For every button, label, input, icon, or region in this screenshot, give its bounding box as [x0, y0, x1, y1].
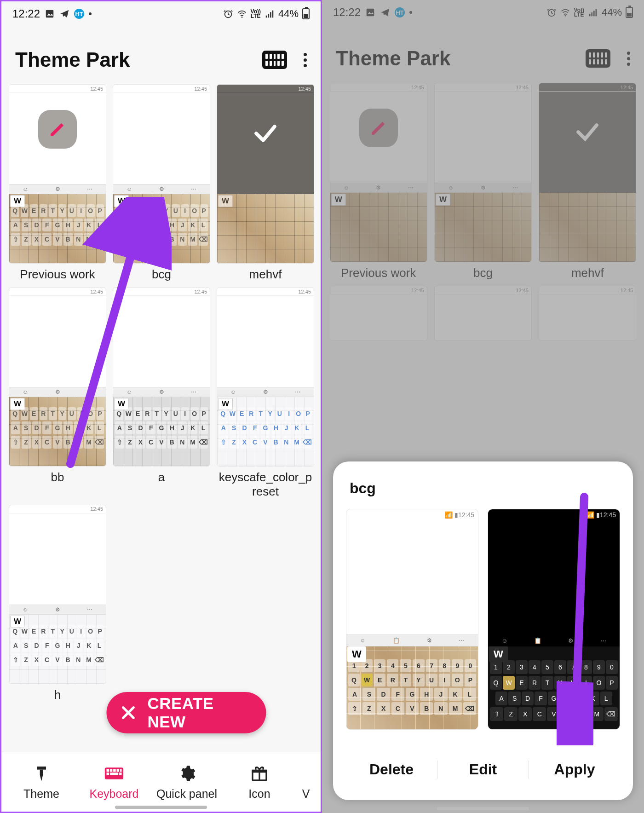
tab-keyboard[interactable]: Keyboard	[78, 763, 150, 801]
theme-card-bcg: 12:45 ☺⚙⋯ W bcg	[434, 83, 532, 280]
theme-card-previous-work: 12:45 ☺⚙⋯ W Previous work	[329, 83, 427, 280]
svg-rect-4	[268, 14, 269, 17]
svg-rect-19	[367, 9, 374, 17]
svg-rect-6	[272, 11, 273, 18]
preview-light: 📶 ▮12:45 ☺📋⚙⋯ W 1234567890 QWERTYUIOP AS…	[346, 509, 478, 730]
theme-card: 12:45	[329, 286, 427, 341]
svg-line-18	[70, 211, 144, 464]
more-menu-icon[interactable]	[304, 53, 307, 67]
app-header: Theme Park	[1, 26, 321, 84]
w-key-badge: W	[436, 194, 450, 206]
preview-dark: 📶 ▮12:45 ☺📋⚙⋯ W 1234567890 QWERTYUIOP AS…	[488, 509, 620, 730]
volte-icon: Vo))LTE	[574, 8, 584, 17]
svg-rect-0	[46, 10, 54, 18]
screenshot-right: 12:22 HT Vo))LTE 44% Theme Park	[322, 0, 644, 813]
svg-point-2	[241, 17, 242, 18]
tab-more[interactable]: V	[296, 763, 316, 801]
page-title: Theme Park	[15, 48, 130, 71]
svg-line-26	[575, 497, 584, 732]
status-bar: 12:22 HT Vo))LTE 44%	[1, 1, 321, 26]
gallery-icon	[365, 7, 375, 17]
battery-icon	[626, 7, 633, 18]
battery-icon	[302, 8, 310, 19]
theme-label: bcg	[473, 266, 493, 280]
battery-percentage: 44%	[602, 6, 622, 18]
signal-icon	[264, 9, 275, 19]
annotation-arrow-icon	[557, 492, 593, 745]
checkmark-icon	[246, 117, 285, 150]
volte-icon: Vo))LTE	[251, 9, 261, 18]
tab-theme[interactable]: Theme	[5, 763, 78, 801]
svg-point-21	[564, 15, 566, 17]
wifi-icon	[237, 9, 247, 19]
themes-grid: 12:45 ☺⚙⋯ W Previous work 12:45 ☺⚙⋯ W bc…	[322, 83, 644, 341]
svg-rect-10	[113, 769, 116, 772]
svg-rect-15	[119, 773, 122, 775]
svg-rect-11	[117, 769, 120, 772]
telegram-icon	[59, 9, 69, 19]
theme-label: mehvf	[571, 266, 604, 280]
more-menu-icon[interactable]	[627, 52, 630, 66]
ht-app-icon: HT	[74, 9, 84, 19]
edit-button[interactable]: Edit	[437, 753, 529, 786]
nav-handle[interactable]	[437, 807, 529, 810]
status-time: 12:22	[333, 6, 361, 19]
keyboard-icon[interactable]	[262, 51, 287, 69]
paintbrush-icon	[31, 763, 52, 784]
status-bar: 12:22 HT Vo))LTE 44%	[322, 0, 644, 25]
nav-handle[interactable]	[115, 806, 207, 809]
keyboard-icon	[104, 763, 124, 784]
status-dot-icon	[409, 11, 412, 14]
svg-rect-23	[591, 12, 592, 16]
theme-card-h[interactable]: 12:45 ☺⚙⋯ W QWERTYUIOP ASDFGHJKL ⇧ZXCVBN…	[9, 505, 106, 702]
bottom-tabs: Theme Keyboard Quick panel Icon V	[1, 752, 321, 812]
svg-rect-12	[120, 769, 122, 772]
svg-rect-25	[595, 9, 597, 17]
tab-quick-panel[interactable]: Quick panel	[150, 763, 223, 801]
checkmark-icon	[568, 116, 607, 148]
signal-icon	[588, 7, 598, 17]
theme-label: mehvf	[249, 267, 282, 282]
svg-rect-9	[110, 769, 113, 772]
status-dot-icon	[89, 12, 92, 15]
gear-icon	[177, 763, 197, 784]
w-key-badge: W	[331, 194, 346, 206]
alarm-icon	[546, 7, 557, 17]
status-time: 12:22	[12, 7, 40, 20]
wifi-icon	[560, 7, 570, 17]
theme-label: h	[54, 688, 61, 702]
svg-rect-3	[266, 16, 267, 18]
apply-button[interactable]: Apply	[529, 753, 620, 786]
svg-rect-13	[107, 773, 109, 775]
create-new-label: CREATE NEW	[147, 694, 244, 731]
annotation-arrow-icon	[57, 197, 172, 473]
svg-rect-8	[107, 769, 109, 772]
alarm-icon	[223, 9, 233, 19]
theme-label: keyscafe_color_preset	[217, 470, 314, 499]
svg-rect-14	[110, 773, 118, 775]
svg-rect-24	[593, 11, 595, 16]
theme-card: 12:45	[434, 286, 532, 341]
delete-button[interactable]: Delete	[346, 753, 437, 786]
tab-icon[interactable]: Icon	[223, 763, 296, 801]
theme-card-mehvf[interactable]: 12:45 W mehvf	[217, 84, 314, 282]
keyboard-icon[interactable]	[586, 49, 610, 68]
create-new-button[interactable]: CREATE NEW	[107, 692, 266, 733]
screenshot-left: 12:22 HT Vo))LTE 44% Theme Park	[0, 0, 322, 813]
page-title: Theme Park	[336, 47, 450, 70]
svg-rect-22	[589, 14, 591, 17]
w-key-badge: W	[218, 195, 233, 207]
gift-icon	[249, 763, 270, 784]
theme-card: 12:45	[539, 286, 637, 341]
theme-label: Previous work	[341, 266, 416, 280]
w-key-badge: W	[347, 646, 366, 662]
gallery-icon	[45, 9, 55, 19]
app-header: Theme Park	[322, 25, 644, 83]
svg-rect-5	[270, 12, 271, 17]
w-key-badge: W	[489, 646, 508, 662]
telegram-icon	[380, 7, 390, 17]
ht-app-icon: HT	[395, 7, 405, 17]
close-icon	[120, 703, 138, 723]
theme-card-keyscafe[interactable]: 12:45 ☺⚙⋯ W QWERTYUIOP ASDFGHJKL ⇧ZXCVBN…	[217, 287, 314, 499]
battery-percentage: 44%	[278, 8, 299, 20]
